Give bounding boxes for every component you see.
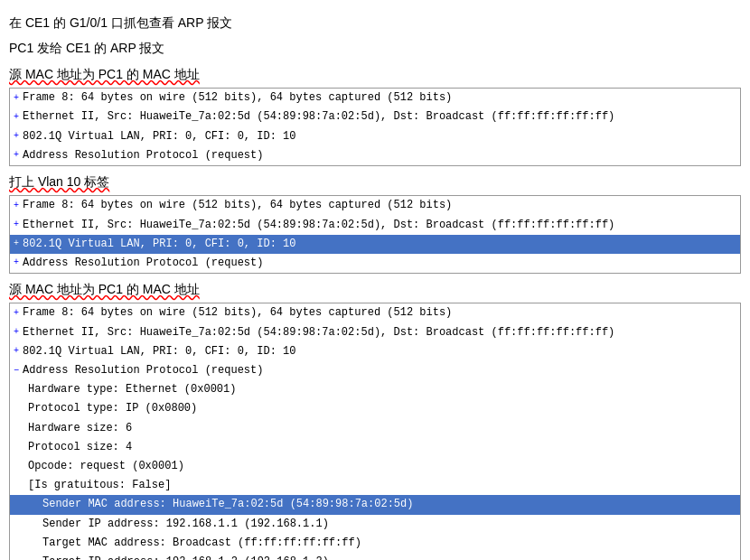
arp-proto-type: Protocol type: IP (0x0800) <box>10 399 740 418</box>
intro-line1: 在 CE1 的 G1/0/1 口抓包查看 ARP 报文 <box>9 13 741 33</box>
block1-row-2-text: 802.1Q Virtual LAN, PRI: 0, CFI: 0, ID: … <box>23 128 295 145</box>
arp-hw-type: Hardware type: Ethernet (0x0001) <box>10 380 740 399</box>
block2-row-2-text: 802.1Q Virtual LAN, PRI: 0, CFI: 0, ID: … <box>23 236 295 253</box>
packet-block-2: + Frame 8: 64 bytes on wire (512 bits), … <box>9 195 741 274</box>
arp-sender-ip: Sender IP address: 192.168.1.1 (192.168.… <box>10 515 740 534</box>
block1-row-3-text: Address Resolution Protocol (request) <box>23 147 263 164</box>
block1-row-3[interactable]: + Address Resolution Protocol (request) <box>10 146 740 165</box>
expand-icon-arp[interactable]: − <box>14 364 19 378</box>
block2-row-2[interactable]: + 802.1Q Virtual LAN, PRI: 0, CFI: 0, ID… <box>10 235 740 254</box>
arp-opcode: Opcode: request (0x0001) <box>10 457 740 476</box>
arp-sender-mac-text: Sender MAC address: HuaweiTe_7a:02:5d (5… <box>42 496 413 513</box>
packet-block-3: + Frame 8: 64 bytes on wire (512 bits), … <box>9 303 741 560</box>
block2-row-3-text: Address Resolution Protocol (request) <box>23 255 263 272</box>
arp-proto-size: Protocol size: 4 <box>10 438 740 457</box>
block1-row-1-text: Ethernet II, Src: HuaweiTe_7a:02:5d (54:… <box>23 108 614 126</box>
block3-row-1[interactable]: + Ethernet II, Src: HuaweiTe_7a:02:5d (5… <box>10 323 740 342</box>
block1-row-1[interactable]: + Ethernet II, Src: HuaweiTe_7a:02:5d (5… <box>10 107 740 126</box>
block2-row-1-text: Ethernet II, Src: HuaweiTe_7a:02:5d (54:… <box>23 217 614 234</box>
block2-row-0[interactable]: + Frame 8: 64 bytes on wire (512 bits), … <box>10 196 740 215</box>
block2-row-3[interactable]: + Address Resolution Protocol (request) <box>10 254 740 273</box>
block3-row-2[interactable]: + 802.1Q Virtual LAN, PRI: 0, CFI: 0, ID… <box>10 342 740 361</box>
expand-icon-b2-1[interactable]: + <box>14 218 19 232</box>
block3-row-0-text: Frame 8: 64 bytes on wire (512 bits), 64… <box>23 304 452 322</box>
expand-icon-b3-0[interactable]: + <box>14 306 19 321</box>
expand-icon-1[interactable]: + <box>14 110 19 125</box>
block1-row-0-text: Frame 8: 64 bytes on wire (512 bits), 64… <box>23 89 452 107</box>
expand-icon-b2-2[interactable]: + <box>14 237 19 251</box>
arp-target-ip: Target IP address: 192.168.1.2 (192.168.… <box>10 553 740 560</box>
arp-header-text: Address Resolution Protocol (request) <box>23 362 263 379</box>
block3-row-2-text: 802.1Q Virtual LAN, PRI: 0, CFI: 0, ID: … <box>23 343 295 360</box>
intro-line3: 源 MAC 地址为 PC1 的 MAC 地址 <box>9 64 741 84</box>
block1-row-2[interactable]: + 802.1Q Virtual LAN, PRI: 0, CFI: 0, ID… <box>10 127 740 146</box>
expand-icon-2[interactable]: + <box>14 129 19 144</box>
block2-row-0-text: Frame 8: 64 bytes on wire (512 bits), 64… <box>23 197 452 214</box>
block3-row-1-text: Ethernet II, Src: HuaweiTe_7a:02:5d (54:… <box>23 324 614 341</box>
expand-icon-b3-1[interactable]: + <box>14 325 19 340</box>
arp-hw-size: Hardware size: 6 <box>10 419 740 438</box>
block2-row-1[interactable]: + Ethernet II, Src: HuaweiTe_7a:02:5d (5… <box>10 216 740 235</box>
block3-row-0[interactable]: + Frame 8: 64 bytes on wire (512 bits), … <box>10 303 740 322</box>
block1-row-0[interactable]: + Frame 8: 64 bytes on wire (512 bits), … <box>10 89 740 107</box>
expand-icon-0[interactable]: + <box>14 91 19 106</box>
expand-icon-b2-3[interactable]: + <box>14 256 19 270</box>
packet-block-1: + Frame 8: 64 bytes on wire (512 bits), … <box>9 88 741 166</box>
arp-gratuitous: [Is gratuitous: False] <box>10 476 740 495</box>
block3-arp-header[interactable]: − Address Resolution Protocol (request) <box>10 361 740 380</box>
expand-icon-3[interactable]: + <box>14 148 19 163</box>
intro-line2: PC1 发给 CE1 的 ARP 报文 <box>9 38 741 58</box>
vlan-label: 打上 Vlan 10 标签 <box>9 172 741 191</box>
expand-icon-b2-0[interactable]: + <box>14 199 19 213</box>
arp-target-mac: Target MAC address: Broadcast (ff:ff:ff:… <box>10 534 740 553</box>
arp-sender-mac[interactable]: Sender MAC address: HuaweiTe_7a:02:5d (5… <box>10 495 740 514</box>
expand-icon-b3-2[interactable]: + <box>14 344 19 359</box>
mac-label: 源 MAC 地址为 PC1 的 MAC 地址 <box>9 279 741 299</box>
